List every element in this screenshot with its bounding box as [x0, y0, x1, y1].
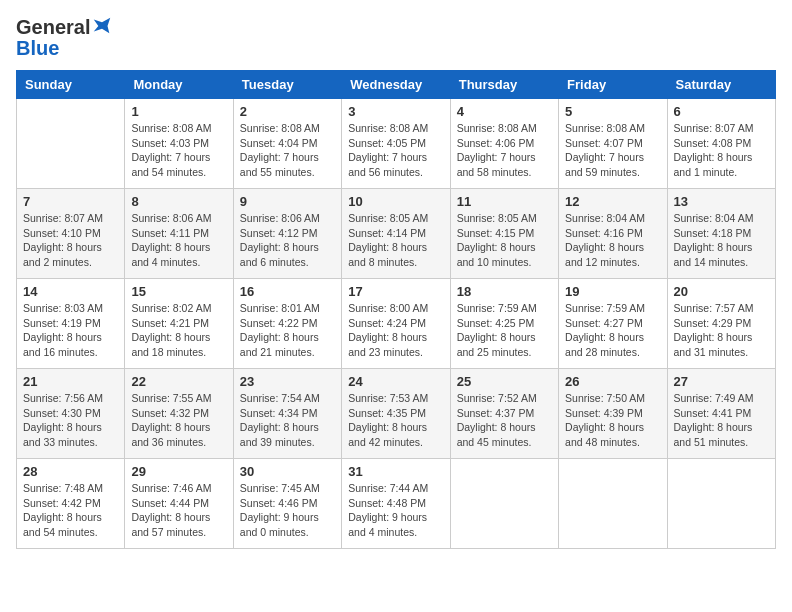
day-number: 12 — [565, 194, 660, 209]
day-number: 4 — [457, 104, 552, 119]
day-info: Sunrise: 7:52 AMSunset: 4:37 PMDaylight:… — [457, 391, 552, 450]
day-number: 9 — [240, 194, 335, 209]
calendar-week-1: 1Sunrise: 8:08 AMSunset: 4:03 PMDaylight… — [17, 99, 776, 189]
calendar-cell: 20Sunrise: 7:57 AMSunset: 4:29 PMDayligh… — [667, 279, 775, 369]
day-number: 24 — [348, 374, 443, 389]
calendar-week-5: 28Sunrise: 7:48 AMSunset: 4:42 PMDayligh… — [17, 459, 776, 549]
day-number: 14 — [23, 284, 118, 299]
calendar-cell: 5Sunrise: 8:08 AMSunset: 4:07 PMDaylight… — [559, 99, 667, 189]
day-info: Sunrise: 7:53 AMSunset: 4:35 PMDaylight:… — [348, 391, 443, 450]
calendar-week-4: 21Sunrise: 7:56 AMSunset: 4:30 PMDayligh… — [17, 369, 776, 459]
weekday-header-thursday: Thursday — [450, 71, 558, 99]
day-number: 21 — [23, 374, 118, 389]
day-info: Sunrise: 8:01 AMSunset: 4:22 PMDaylight:… — [240, 301, 335, 360]
day-info: Sunrise: 7:55 AMSunset: 4:32 PMDaylight:… — [131, 391, 226, 450]
calendar-cell: 14Sunrise: 8:03 AMSunset: 4:19 PMDayligh… — [17, 279, 125, 369]
day-number: 26 — [565, 374, 660, 389]
logo-bird-icon — [91, 15, 113, 37]
weekday-header-tuesday: Tuesday — [233, 71, 341, 99]
calendar-cell: 11Sunrise: 8:05 AMSunset: 4:15 PMDayligh… — [450, 189, 558, 279]
calendar-cell: 2Sunrise: 8:08 AMSunset: 4:04 PMDaylight… — [233, 99, 341, 189]
calendar-cell: 27Sunrise: 7:49 AMSunset: 4:41 PMDayligh… — [667, 369, 775, 459]
calendar-cell: 6Sunrise: 8:07 AMSunset: 4:08 PMDaylight… — [667, 99, 775, 189]
calendar-cell — [450, 459, 558, 549]
day-info: Sunrise: 8:07 AMSunset: 4:08 PMDaylight:… — [674, 121, 769, 180]
calendar-cell: 25Sunrise: 7:52 AMSunset: 4:37 PMDayligh… — [450, 369, 558, 459]
day-number: 23 — [240, 374, 335, 389]
calendar-cell: 22Sunrise: 7:55 AMSunset: 4:32 PMDayligh… — [125, 369, 233, 459]
day-info: Sunrise: 8:08 AMSunset: 4:06 PMDaylight:… — [457, 121, 552, 180]
calendar-cell: 12Sunrise: 8:04 AMSunset: 4:16 PMDayligh… — [559, 189, 667, 279]
day-info: Sunrise: 7:57 AMSunset: 4:29 PMDaylight:… — [674, 301, 769, 360]
day-info: Sunrise: 7:56 AMSunset: 4:30 PMDaylight:… — [23, 391, 118, 450]
day-number: 13 — [674, 194, 769, 209]
calendar-cell: 28Sunrise: 7:48 AMSunset: 4:42 PMDayligh… — [17, 459, 125, 549]
day-info: Sunrise: 8:08 AMSunset: 4:03 PMDaylight:… — [131, 121, 226, 180]
day-number: 28 — [23, 464, 118, 479]
day-number: 3 — [348, 104, 443, 119]
day-info: Sunrise: 8:05 AMSunset: 4:14 PMDaylight:… — [348, 211, 443, 270]
calendar-week-3: 14Sunrise: 8:03 AMSunset: 4:19 PMDayligh… — [17, 279, 776, 369]
calendar-cell: 10Sunrise: 8:05 AMSunset: 4:14 PMDayligh… — [342, 189, 450, 279]
day-info: Sunrise: 7:59 AMSunset: 4:25 PMDaylight:… — [457, 301, 552, 360]
calendar-cell: 8Sunrise: 8:06 AMSunset: 4:11 PMDaylight… — [125, 189, 233, 279]
calendar-cell: 9Sunrise: 8:06 AMSunset: 4:12 PMDaylight… — [233, 189, 341, 279]
calendar-cell: 26Sunrise: 7:50 AMSunset: 4:39 PMDayligh… — [559, 369, 667, 459]
day-info: Sunrise: 7:46 AMSunset: 4:44 PMDaylight:… — [131, 481, 226, 540]
calendar-cell: 23Sunrise: 7:54 AMSunset: 4:34 PMDayligh… — [233, 369, 341, 459]
day-number: 5 — [565, 104, 660, 119]
day-info: Sunrise: 8:02 AMSunset: 4:21 PMDaylight:… — [131, 301, 226, 360]
day-number: 20 — [674, 284, 769, 299]
calendar-cell: 13Sunrise: 8:04 AMSunset: 4:18 PMDayligh… — [667, 189, 775, 279]
day-number: 18 — [457, 284, 552, 299]
day-info: Sunrise: 8:08 AMSunset: 4:05 PMDaylight:… — [348, 121, 443, 180]
day-info: Sunrise: 7:44 AMSunset: 4:48 PMDaylight:… — [348, 481, 443, 540]
day-info: Sunrise: 7:48 AMSunset: 4:42 PMDaylight:… — [23, 481, 118, 540]
day-number: 19 — [565, 284, 660, 299]
day-number: 15 — [131, 284, 226, 299]
calendar-cell: 21Sunrise: 7:56 AMSunset: 4:30 PMDayligh… — [17, 369, 125, 459]
calendar-cell: 7Sunrise: 8:07 AMSunset: 4:10 PMDaylight… — [17, 189, 125, 279]
day-number: 29 — [131, 464, 226, 479]
logo-blue-text: Blue — [16, 37, 59, 59]
day-info: Sunrise: 8:04 AMSunset: 4:18 PMDaylight:… — [674, 211, 769, 270]
calendar-cell: 4Sunrise: 8:08 AMSunset: 4:06 PMDaylight… — [450, 99, 558, 189]
day-number: 17 — [348, 284, 443, 299]
weekday-header-friday: Friday — [559, 71, 667, 99]
calendar-cell: 1Sunrise: 8:08 AMSunset: 4:03 PMDaylight… — [125, 99, 233, 189]
day-number: 7 — [23, 194, 118, 209]
logo: General Blue — [16, 16, 113, 60]
page-header: General Blue — [16, 16, 776, 60]
day-info: Sunrise: 7:45 AMSunset: 4:46 PMDaylight:… — [240, 481, 335, 540]
weekday-header-monday: Monday — [125, 71, 233, 99]
logo-general-text: General — [16, 16, 90, 39]
day-number: 11 — [457, 194, 552, 209]
day-info: Sunrise: 7:54 AMSunset: 4:34 PMDaylight:… — [240, 391, 335, 450]
calendar-cell: 19Sunrise: 7:59 AMSunset: 4:27 PMDayligh… — [559, 279, 667, 369]
calendar-table: SundayMondayTuesdayWednesdayThursdayFrid… — [16, 70, 776, 549]
day-number: 2 — [240, 104, 335, 119]
weekday-header-wednesday: Wednesday — [342, 71, 450, 99]
day-info: Sunrise: 8:06 AMSunset: 4:12 PMDaylight:… — [240, 211, 335, 270]
calendar-cell: 31Sunrise: 7:44 AMSunset: 4:48 PMDayligh… — [342, 459, 450, 549]
day-number: 8 — [131, 194, 226, 209]
calendar-cell: 30Sunrise: 7:45 AMSunset: 4:46 PMDayligh… — [233, 459, 341, 549]
day-info: Sunrise: 8:03 AMSunset: 4:19 PMDaylight:… — [23, 301, 118, 360]
calendar-cell: 16Sunrise: 8:01 AMSunset: 4:22 PMDayligh… — [233, 279, 341, 369]
calendar-cell — [559, 459, 667, 549]
weekday-header-row: SundayMondayTuesdayWednesdayThursdayFrid… — [17, 71, 776, 99]
day-number: 27 — [674, 374, 769, 389]
day-number: 31 — [348, 464, 443, 479]
day-number: 10 — [348, 194, 443, 209]
day-info: Sunrise: 8:05 AMSunset: 4:15 PMDaylight:… — [457, 211, 552, 270]
day-number: 22 — [131, 374, 226, 389]
calendar-cell: 18Sunrise: 7:59 AMSunset: 4:25 PMDayligh… — [450, 279, 558, 369]
calendar-cell — [667, 459, 775, 549]
day-info: Sunrise: 7:49 AMSunset: 4:41 PMDaylight:… — [674, 391, 769, 450]
day-info: Sunrise: 8:06 AMSunset: 4:11 PMDaylight:… — [131, 211, 226, 270]
day-number: 16 — [240, 284, 335, 299]
day-number: 30 — [240, 464, 335, 479]
day-info: Sunrise: 8:07 AMSunset: 4:10 PMDaylight:… — [23, 211, 118, 270]
calendar-cell: 24Sunrise: 7:53 AMSunset: 4:35 PMDayligh… — [342, 369, 450, 459]
day-info: Sunrise: 8:04 AMSunset: 4:16 PMDaylight:… — [565, 211, 660, 270]
